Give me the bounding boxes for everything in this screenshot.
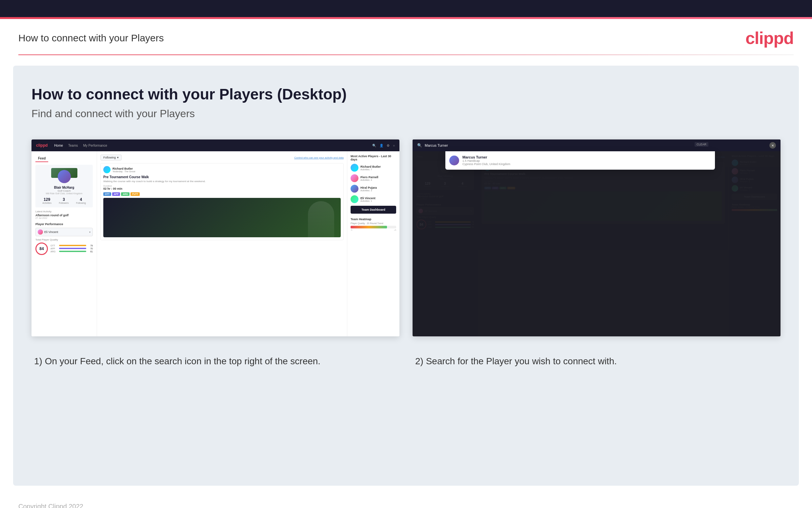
profile-role: Golf Coach [39,189,90,192]
logo-text: clip [746,29,774,48]
heatmap-bar [350,226,396,228]
search-result-avatar [449,156,459,165]
player-selector[interactable]: Eli Vincent ▾ [36,228,93,236]
user-info: Richard Butler Yesterday · The Grove [112,167,135,173]
avatar-icon[interactable]: ○ [393,144,395,147]
heatmap-sublabel: Player Quality · 20 Round Trend [350,222,396,224]
profile-club: Mill Ride Golf Club, United Kingdom [39,192,90,195]
search-result-dropdown[interactable]: Marcus Turner 1.5 Handicap Cypress Point… [445,151,715,170]
search-bar-active: 🔍 Marcus Turner CLEAR ✕ [413,139,780,151]
latest-activity-label: Latest Activity [36,210,93,213]
team-heatmap-section: Team Heatmap Player Quality · 20 Round T… [350,218,396,231]
quality-row-arg: ARG 61 [50,250,93,253]
activity-card-header: Richard Butler Yesterday · The Grove [103,166,341,173]
search-result-name: Marcus Turner [463,155,510,159]
nav-home[interactable]: Home [54,144,63,147]
activity-date: 27 Jul 2022 [36,217,93,219]
profile-name: Blair McHarg [39,186,90,189]
screenshot-1-container: clippd Home Teams My Performance 🔍 👤 ⚙ ○ [32,139,399,336]
search-result-handicap: 1.5 Handicap [463,159,510,162]
search-result-club: Cypress Point Club, United Kingdom [463,162,510,166]
heatmap-scale: -5 +5 [350,229,396,231]
close-button[interactable]: ✕ [769,142,776,149]
player-selector-name: Eli Vincent [44,230,88,234]
caption-1: 1) On your Feed, click on the search ico… [34,355,397,368]
dropdown-arrow-icon: ▾ [89,231,91,234]
score-circle: 84 [36,243,48,255]
player-info-1: Richard Butler Activities: 7 [361,165,381,171]
activity-location: Yesterday · The Grove [112,170,135,173]
player-name-2: Piers Parnell [361,176,378,179]
ott-bar [59,245,86,246]
control-link[interactable]: Control who can see your activity and da… [294,156,344,159]
app-logo-1: clippd [36,143,48,148]
clear-button[interactable]: CLEAR [695,142,708,147]
player-mini-avatar [38,229,43,235]
player-activities-3: Activities: 3 [361,189,377,192]
activities-stat: 129 Activities [42,197,51,204]
following-bar: Following ▾ Control who can see your act… [100,155,344,161]
feed-tab[interactable]: Feed [36,155,48,162]
golfer-silhouette [308,201,334,237]
activity-card: Richard Butler Yesterday · The Grove Pre… [100,163,344,240]
profile-card: Blair McHarg Golf Coach Mill Ride Golf C… [36,165,93,207]
duration-value: 02 hr : 00 min [103,187,341,190]
captions-row: 1) On your Feed, click on the search ico… [32,355,780,368]
chevron-down-icon: ▾ [117,156,119,159]
following-button[interactable]: Following ▾ [100,155,122,161]
player-performance-title: Player Performance [36,222,93,226]
center-panel-1: Following ▾ Control who can see your act… [97,151,347,336]
player-info-2: Piers Parnell Activities: 4 [361,176,378,181]
player-activities-2: Activities: 4 [361,179,378,181]
nav-items-1: Home Teams My Performance [54,144,107,147]
app-bar [59,248,86,249]
quality-row-app: APP 70 [50,247,93,250]
copyright: Copyright Clippd 2022 [18,503,83,508]
right-panel-1: Most Active Players - Last 30 days Richa… [347,151,399,336]
active-player-3: Hiral Pujara Activities: 3 [350,185,396,193]
top-bar [0,0,812,17]
profile-icon[interactable]: 👤 [379,144,383,147]
heatmap-scale-max: +5 [394,229,396,231]
app-nav-1: clippd Home Teams My Performance 🔍 👤 ⚙ ○ [32,139,399,151]
player-avatar-2 [350,174,359,182]
team-dashboard-button[interactable]: Team Dashboard [350,206,396,214]
page-title: How to connect with your Players [18,33,164,44]
player-name-1: Richard Butler [361,165,381,168]
caption-2-box: 2) Search for the Player you wish to con… [413,355,780,368]
nav-teams[interactable]: Teams [68,144,78,147]
activity-user: Richard Butler [112,167,135,170]
arg-bar [59,251,86,252]
tag-ott: OTT [103,192,111,196]
heatmap-scale-min: -5 [350,229,352,231]
active-player-1: Richard Butler Activities: 7 [350,164,396,172]
most-active-title: Most Active Players - Last 30 days [350,155,396,161]
app-screen-2: clippd Home Teams My Performance 🔍 Feed [413,139,780,336]
search-result-info: Marcus Turner 1.5 Handicap Cypress Point… [463,155,510,166]
following-stat: 4 Following [76,197,86,204]
screenshot-2-container: clippd Home Teams My Performance 🔍 Feed [413,139,780,336]
player-avatar-4 [350,195,359,203]
main-title: How to connect with your Players (Deskto… [32,85,780,103]
quality-label: Total Player Quality [36,238,93,241]
followers-stat: 3 Followers [59,197,69,204]
player-name-3: Hiral Pujara [361,186,377,189]
header-divider [18,54,794,55]
activity-tags: OTT APP ARG PUTT [103,192,341,196]
quality-row-ott: OTT 79 [50,245,93,247]
caption-2: 2) Search for the Player you wish to con… [415,355,778,368]
profile-avatar-bg [58,170,71,183]
main-content: How to connect with your Players (Deskto… [13,66,799,486]
player-activities-1: Activities: 7 [361,168,381,171]
player-name-4: Eli Vincent [361,197,376,200]
activity-name: Afternoon round of golf [36,214,93,217]
tag-arg: ARG [121,192,130,196]
logo-accent: p [773,29,783,48]
app-screen-1: clippd Home Teams My Performance 🔍 👤 ⚙ ○ [32,139,399,336]
search-input-active[interactable]: Marcus Turner [425,143,776,147]
settings-icon[interactable]: ⚙ [387,144,390,147]
nav-performance[interactable]: My Performance [83,144,107,147]
search-icon[interactable]: 🔍 [372,144,376,147]
player-info-4: Eli Vincent Activities: 1 [361,197,376,202]
nav-icons: 🔍 👤 ⚙ ○ [372,144,395,147]
